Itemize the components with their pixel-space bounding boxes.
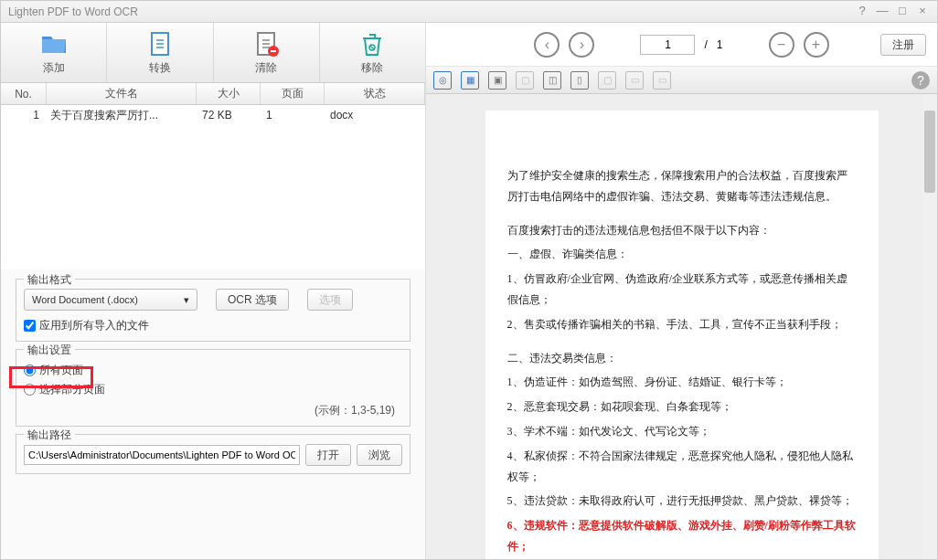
apply-all-checkbox[interactable] — [24, 320, 36, 332]
output-format-group: 输出格式 Word Document (.docx) ▾ OCR 选项 选项 应… — [16, 279, 410, 342]
output-settings-group: 输出设置 所有页面 选择部分页面 (示例：1,3-5,19) — [16, 349, 410, 427]
doc-s2f: 5、违法贷款：未取得政府认可，进行无抵押贷款、黑户贷款、裸贷等； — [507, 491, 857, 512]
doc-s2b: 1、伪造证件：如伪造驾照、身份证、结婚证、银行卡等； — [507, 372, 857, 393]
doc-s2e: 4、私家侦探：不符合国家法律规定，恶意探究他人隐私，侵犯他人隐私权等； — [507, 446, 857, 488]
format-selected: Word Document (.docx) — [32, 294, 138, 305]
remove-button[interactable]: 移除 — [320, 23, 425, 82]
doc-s1b: 1、仿冒政府/企业官网、伪造政府/企业联系方式等，或恶意传播相关虚假信息； — [507, 269, 857, 311]
col-no[interactable]: No. — [1, 83, 47, 104]
doc-s2g: 6、违规软件：恶意提供软件破解版、游戏外挂、刷赞/刷粉等作弊工具软件； — [507, 515, 857, 557]
doc-p2: 百度搜索打击的违法违规信息包括但不限于以下内容： — [507, 220, 857, 241]
col-page[interactable]: 页面 — [261, 83, 325, 104]
output-path-legend: 输出路径 — [24, 428, 75, 443]
scrollbar-thumb[interactable] — [924, 111, 935, 193]
preview-nav: ‹ › / 1 − + 注册 — [426, 23, 937, 67]
ocr-options-button[interactable]: OCR 选项 — [216, 289, 289, 311]
convert-label: 转换 — [149, 60, 171, 76]
partial-pages-label: 选择部分页面 — [39, 382, 105, 397]
cell-size: 72 KB — [197, 105, 261, 125]
zoom-in-button[interactable]: + — [804, 32, 829, 58]
view-mode-1-icon[interactable]: ◎ — [433, 71, 452, 90]
register-button[interactable]: 注册 — [880, 34, 926, 56]
format-select[interactable]: Word Document (.docx) ▾ — [24, 289, 197, 311]
window-title: Lighten PDF to Word OCR — [8, 5, 849, 18]
trash-icon — [357, 29, 387, 58]
pages-example: (示例：1,3-5,19) — [24, 403, 402, 418]
doc-p1: 为了维护安全健康的搜索生态，保障搜索用户的合法权益，百度搜索严厉打击电信网络中的… — [507, 165, 857, 207]
cell-page: 1 — [261, 105, 325, 125]
all-pages-label: 所有页面 — [39, 363, 83, 378]
minimize-icon[interactable]: — — [875, 5, 890, 19]
file-table-body: 1 关于百度搜索严厉打... 72 KB 1 docx — [1, 105, 425, 269]
add-label: 添加 — [43, 60, 65, 76]
remove-label: 移除 — [361, 60, 383, 76]
view-disabled-4-icon: ▭ — [653, 71, 671, 90]
page-total: 1 — [717, 38, 723, 51]
next-page-button[interactable]: › — [569, 32, 594, 58]
chevron-down-icon: ▾ — [184, 294, 189, 306]
cell-file: 关于百度搜索严厉打... — [47, 105, 197, 125]
partial-pages-radio[interactable] — [24, 384, 36, 396]
view-mode-6-icon[interactable]: ▯ — [570, 71, 589, 90]
preview-page: 为了维护安全健康的搜索生态，保障搜索用户的合法权益，百度搜索严厉打击电信网络中的… — [485, 111, 879, 559]
clear-button[interactable]: 清除 — [214, 23, 320, 82]
maximize-icon[interactable]: □ — [895, 5, 910, 19]
doc-s2c: 2、恶意套现交易：如花呗套现、白条套现等； — [507, 396, 857, 417]
preview-pane: 为了维护安全健康的搜索生态，保障搜索用户的合法权益，百度搜索严厉打击电信网络中的… — [426, 94, 937, 559]
apply-all-label: 应用到所有导入的文件 — [39, 318, 149, 333]
view-mode-3-icon[interactable]: ▣ — [488, 71, 506, 90]
convert-button[interactable]: 转换 — [107, 23, 213, 82]
doc-s1c: 2、售卖或传播诈骗相关的书籍、手法、工具，宣传不正当获利手段； — [507, 314, 857, 335]
output-path-group: 输出路径 打开 浏览 — [16, 434, 410, 474]
document-icon — [145, 29, 175, 58]
doc-s2d: 3、学术不端：如代发论文、代写论文等； — [507, 421, 857, 442]
file-table-header: No. 文件名 大小 页面 状态 — [1, 83, 425, 105]
doc-s1a: 一、虚假、诈骗类信息： — [507, 244, 857, 265]
add-button[interactable]: 添加 — [1, 23, 107, 82]
browse-button[interactable]: 浏览 — [357, 444, 402, 466]
clear-label: 清除 — [255, 60, 277, 76]
clear-icon — [251, 29, 281, 58]
help-icon[interactable]: ? — [855, 5, 869, 19]
table-row[interactable]: 1 关于百度搜索严厉打... 72 KB 1 docx — [1, 105, 425, 125]
close-icon[interactable]: × — [915, 5, 930, 19]
cell-status: docx — [325, 105, 425, 125]
view-disabled-3-icon: ▭ — [625, 71, 644, 90]
col-status[interactable]: 状态 — [325, 83, 425, 104]
doc-s2a: 二、违法交易类信息： — [507, 348, 857, 369]
output-format-legend: 输出格式 — [24, 272, 75, 288]
output-path-input[interactable] — [24, 445, 300, 465]
page-sep: / — [704, 38, 707, 51]
prev-page-button[interactable]: ‹ — [534, 32, 560, 58]
preview-help-icon[interactable]: ? — [911, 71, 930, 90]
output-settings-legend: 输出设置 — [24, 343, 75, 358]
page-number-input[interactable] — [640, 35, 695, 55]
preview-scrollbar[interactable] — [922, 94, 937, 559]
view-disabled-1-icon: ▢ — [516, 71, 534, 90]
folder-icon — [39, 29, 69, 58]
cell-no: 1 — [1, 105, 47, 125]
title-bar: Lighten PDF to Word OCR ? — □ × — [1, 1, 937, 23]
preview-toolbar: ◎ ▦ ▣ ▢ ◫ ▯ ▢ ▭ ▭ ? — [426, 67, 937, 94]
col-file[interactable]: 文件名 — [47, 83, 197, 104]
zoom-out-button[interactable]: − — [769, 32, 794, 58]
view-grid-icon[interactable]: ▦ — [461, 71, 479, 90]
open-button[interactable]: 打开 — [305, 444, 351, 466]
all-pages-radio[interactable] — [24, 365, 36, 376]
view-disabled-2-icon: ▢ — [598, 71, 616, 90]
left-toolbar: 添加 转换 清除 移除 — [1, 23, 425, 83]
col-size[interactable]: 大小 — [197, 83, 261, 104]
view-mode-5-icon[interactable]: ◫ — [543, 71, 561, 90]
options-button: 选项 — [307, 289, 353, 311]
